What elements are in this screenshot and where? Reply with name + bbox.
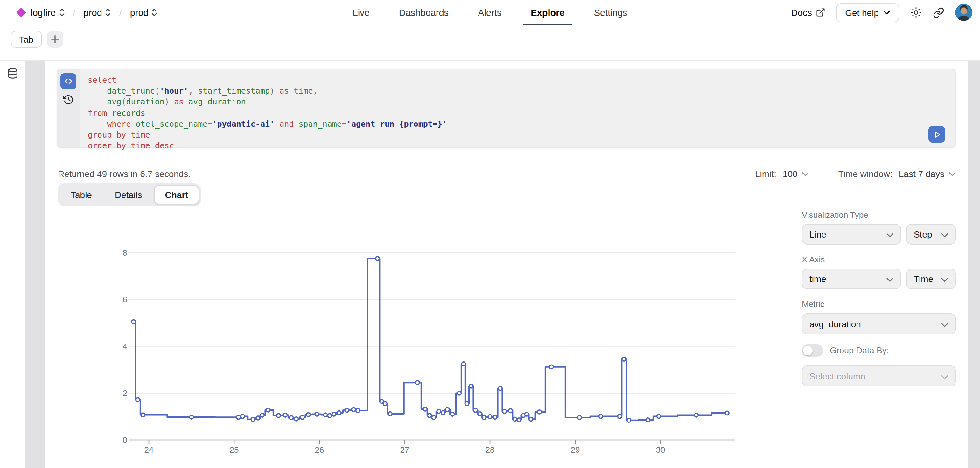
data-point	[646, 418, 650, 422]
time-window-value: Last 7 days	[899, 169, 944, 179]
avg-duration-step-chart[interactable]: 0246824252627282930	[115, 242, 745, 462]
x-axis-type-select[interactable]: Time	[906, 269, 956, 289]
schema-browser-button[interactable]	[6, 67, 19, 83]
data-point	[241, 415, 245, 418]
query-tab-bar: Tab	[11, 30, 63, 48]
y-tick-label: 0	[123, 435, 127, 445]
x-axis-label: X Axis	[802, 255, 956, 264]
content-divider	[0, 61, 980, 61]
data-point	[450, 412, 454, 416]
query-tab[interactable]: Tab	[11, 30, 42, 48]
data-point	[465, 402, 469, 406]
view-tab-chart[interactable]: Chart	[154, 185, 199, 204]
chevron-down-icon	[941, 233, 948, 238]
data-point	[617, 415, 621, 418]
group-column-select[interactable]: Select column...	[802, 366, 956, 387]
data-point	[189, 415, 194, 419]
data-point	[236, 415, 240, 419]
y-tick-label: 2	[123, 388, 127, 398]
link-icon	[933, 7, 944, 18]
breadcrumb-project[interactable]: prod	[84, 7, 111, 18]
metric-select[interactable]: avg_duration	[802, 313, 956, 334]
data-point	[627, 418, 631, 422]
theme-toggle-button[interactable]	[910, 6, 922, 18]
right-scroll-gutter	[968, 61, 980, 468]
nav-item-live[interactable]: Live	[353, 0, 370, 26]
data-point	[141, 413, 145, 417]
data-point	[136, 398, 140, 401]
line-style-select[interactable]: Step	[906, 224, 956, 244]
add-tab-button[interactable]	[47, 30, 63, 48]
x-tick-label: 29	[571, 445, 580, 455]
data-point	[488, 415, 492, 418]
breadcrumb-environment[interactable]: prod	[130, 7, 158, 18]
data-point	[538, 410, 541, 414]
metric-value: avg_duration	[810, 319, 861, 329]
data-point	[437, 409, 441, 413]
time-window-dropdown[interactable]: Last 7 days	[899, 169, 956, 179]
data-point	[266, 408, 270, 412]
limit-label: Limit:	[755, 169, 776, 179]
data-point	[725, 411, 729, 415]
logfire-logo-icon	[16, 7, 26, 17]
nav-item-settings[interactable]: Settings	[594, 0, 627, 26]
data-point	[337, 411, 341, 415]
x-tick-label: 27	[400, 445, 409, 455]
series-line	[134, 259, 727, 420]
sort-chevrons-icon	[59, 8, 65, 16]
nav-item-dashboards[interactable]: Dashboards	[399, 0, 449, 26]
data-point	[132, 320, 135, 324]
group-data-label: Group Data By:	[830, 346, 889, 355]
data-point	[517, 418, 521, 422]
data-point	[482, 415, 486, 419]
data-point	[283, 413, 287, 417]
x-tick-label: 30	[656, 445, 665, 455]
x-axis-column-select[interactable]: time	[802, 269, 901, 289]
query-tab-label: Tab	[19, 34, 33, 44]
view-tab-details[interactable]: Details	[104, 185, 153, 204]
run-query-button[interactable]	[929, 126, 945, 143]
x-tick-label: 25	[230, 445, 239, 455]
sql-editor[interactable]: select date_trunc('hour', start_timestam…	[57, 69, 956, 148]
y-tick-label: 6	[123, 295, 127, 304]
chart-settings-panel: Visualization Type Line Step X Axis time…	[802, 210, 956, 397]
data-point	[388, 412, 392, 416]
visualization-type-select[interactable]: Line	[802, 224, 901, 244]
nav-item-explore[interactable]: Explore	[531, 0, 565, 26]
breadcrumb-org[interactable]: logfire	[30, 7, 65, 18]
group-column-placeholder: Select column...	[810, 371, 873, 381]
view-tab-table[interactable]: Table	[60, 185, 103, 204]
data-point	[315, 412, 319, 416]
sql-query-text[interactable]: select date_trunc('hour', start_timestam…	[88, 75, 930, 151]
breadcrumb-org-label: logfire	[30, 7, 56, 18]
chevron-down-icon	[886, 233, 894, 238]
data-point	[509, 409, 512, 413]
breadcrumb-project-label: prod	[84, 7, 102, 18]
get-help-button[interactable]: Get help	[836, 3, 899, 22]
data-point	[260, 413, 264, 417]
nav-item-alerts[interactable]: Alerts	[478, 0, 501, 26]
docs-link[interactable]: Docs	[791, 7, 826, 18]
data-point	[622, 357, 626, 361]
x-tick-label: 28	[485, 445, 495, 455]
history-icon	[63, 94, 74, 105]
data-point	[458, 391, 461, 395]
chevron-down-icon	[941, 278, 948, 282]
time-window-label: Time window:	[838, 169, 892, 179]
data-points[interactable]	[132, 257, 729, 422]
top-nav-bar: logfire / prod / prod LiveDashboardsAler…	[0, 0, 980, 26]
visualization-type-label: Visualization Type	[802, 210, 956, 220]
data-point	[290, 416, 293, 420]
share-link-button[interactable]	[933, 7, 944, 18]
toggle-knob	[803, 346, 813, 355]
data-point	[474, 409, 477, 412]
sort-chevrons-icon	[105, 8, 111, 16]
group-data-toggle[interactable]	[802, 345, 824, 356]
limit-dropdown[interactable]: 100	[783, 169, 809, 179]
user-avatar[interactable]	[955, 4, 972, 21]
format-code-button[interactable]	[60, 73, 76, 89]
query-history-button[interactable]	[63, 94, 74, 108]
data-point	[525, 412, 528, 416]
avatar-photo	[955, 4, 972, 21]
data-point	[251, 417, 255, 421]
